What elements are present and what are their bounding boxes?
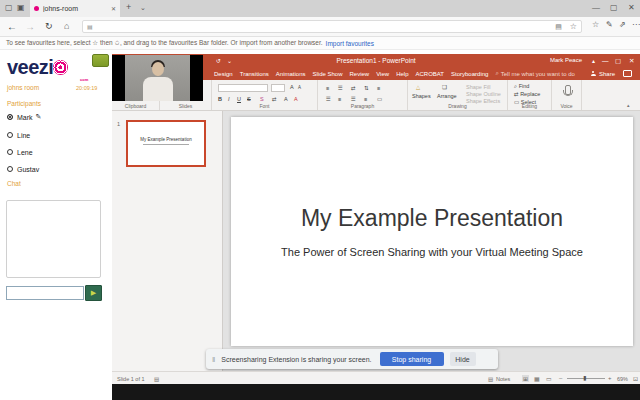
shapes-button[interactable]: Shapes (412, 93, 431, 100)
participant-row-gustav[interactable]: Gustav (7, 164, 39, 174)
tab-transitions[interactable]: Transitions (240, 71, 269, 77)
slide-title[interactable]: My Example Presentation (231, 205, 633, 232)
bullets-icon[interactable]: ≡ (326, 85, 329, 92)
share-page-icon[interactable]: ⇗ (619, 21, 626, 29)
collapse-ribbon-icon[interactable]: ▴ (627, 102, 630, 108)
participant-row-lene[interactable]: Lene (7, 147, 33, 157)
tab-storyboarding[interactable]: Storyboarding (451, 71, 488, 77)
notes-button[interactable]: Notes (496, 376, 510, 382)
zoom-slider-thumb[interactable]: ▮ (583, 374, 586, 381)
character-spacing-icon[interactable]: ⇄ (272, 96, 277, 103)
back-icon[interactable]: ← (7, 21, 17, 32)
slide-subtitle[interactable]: The Power of Screen Sharing with your Vi… (231, 246, 633, 258)
share-active-indicator[interactable] (92, 54, 109, 67)
normal-view-icon[interactable]: ⊞ (522, 375, 529, 382)
new-tab-button[interactable]: + (126, 3, 131, 12)
slide-sorter-view-icon[interactable]: ▦ (534, 375, 540, 382)
tab-menu-icon[interactable]: ⌄ (140, 4, 146, 11)
align-center-icon[interactable]: ≡ (338, 96, 341, 103)
columns-icon[interactable]: ▭ (377, 96, 382, 103)
drag-handle-icon[interactable]: ‖ (212, 355, 215, 364)
fit-to-window-icon[interactable]: ⊡ (633, 375, 638, 382)
tell-me-box[interactable]: Tell me what you want to do (501, 71, 575, 77)
zoom-out-icon[interactable]: – (559, 375, 562, 381)
language-icon[interactable]: ▤ (154, 376, 159, 382)
radio-icon[interactable] (7, 166, 13, 172)
underline-button[interactable]: U (237, 96, 241, 103)
strikethrough-button[interactable]: S (247, 96, 251, 103)
comments-icon[interactable] (623, 70, 632, 77)
address-bar[interactable]: ▤ ▤ ☆ (82, 20, 582, 33)
radio-icon[interactable] (7, 149, 13, 155)
tab-acrobat[interactable]: ACROBAT (415, 71, 444, 77)
browser-tab[interactable]: johns-room ✕ (30, 0, 120, 17)
ppt-close-icon[interactable]: ✕ (629, 57, 634, 65)
radio-selected-icon[interactable] (7, 114, 13, 120)
align-left-icon[interactable]: ☰ (326, 96, 331, 103)
zoom-percent[interactable]: 69% (617, 376, 628, 382)
tab-animations[interactable]: Animations (276, 71, 306, 77)
stop-sharing-button[interactable]: Stop sharing (380, 352, 444, 366)
screen-capture-edge (112, 384, 640, 400)
room-name: johns room (7, 84, 39, 91)
site-info-icon[interactable]: ▤ (87, 23, 93, 30)
arrange-button[interactable]: Arrange (437, 93, 457, 100)
shape-outline-button[interactable]: Shape Outline (466, 91, 501, 98)
shape-fill-button[interactable]: Shape Fill (466, 84, 490, 91)
window-maximize-button[interactable]: ▢ (610, 4, 618, 12)
align-right-icon[interactable]: ☰ (351, 96, 356, 103)
more-options-icon[interactable]: ⋯ (632, 21, 640, 29)
replace-button[interactable]: ⇄ Replace (514, 91, 540, 98)
reading-view-icon[interactable]: ▭ (546, 375, 552, 382)
slide-canvas[interactable]: My Example Presentation The Power of Scr… (231, 117, 633, 346)
refresh-icon[interactable]: ↻ (45, 21, 53, 31)
tab-view[interactable]: View (376, 71, 389, 77)
hide-button[interactable]: Hide (450, 352, 476, 366)
line-spacing-icon[interactable]: ⇅ (364, 85, 369, 92)
change-case-icon[interactable]: A (284, 96, 288, 103)
home-icon[interactable]: ⌂ (64, 21, 69, 31)
add-favorite-star-icon[interactable]: ☆ (570, 22, 577, 31)
font-size-box[interactable] (271, 84, 285, 92)
font-color-icon[interactable]: A (294, 96, 298, 103)
window-minimize-button[interactable]: — (592, 4, 600, 12)
italic-button[interactable]: I (228, 96, 230, 103)
ribbon-display-options-icon[interactable]: ▴ (592, 57, 595, 64)
webcam-video[interactable] (112, 55, 203, 101)
slide-thumbnail[interactable]: My Example Presentation (126, 120, 206, 167)
ppt-share-button[interactable]: Share (584, 71, 615, 77)
numbering-icon[interactable]: ☰ (338, 85, 343, 92)
ppt-minimize-icon[interactable]: — (602, 57, 609, 64)
bold-button[interactable]: B (218, 96, 222, 103)
ppt-restore-icon[interactable]: ▢ (615, 57, 621, 65)
web-note-pen-icon[interactable]: ✎ (606, 21, 613, 29)
font-name-box[interactable] (218, 84, 268, 92)
set-tabs-aside-icon[interactable]: ▢ (5, 4, 13, 12)
participant-row-mark[interactable]: Mark ✎ (7, 112, 41, 122)
indent-icon[interactable]: ⇄ (351, 85, 356, 92)
text-shadow-icon[interactable]: S (260, 96, 264, 103)
dictate-mic-icon[interactable] (565, 85, 571, 95)
shrink-font-icon[interactable]: A (298, 85, 301, 91)
forward-icon[interactable]: → (25, 21, 35, 32)
participant-row-line[interactable]: Line (7, 130, 30, 140)
reading-list-icon[interactable]: ▤ (555, 23, 562, 31)
zoom-in-icon[interactable]: + (608, 375, 612, 381)
tab-help[interactable]: Help (396, 71, 408, 77)
find-button[interactable]: ⌕ Find (514, 83, 529, 90)
chat-input[interactable] (6, 286, 84, 300)
favorites-hub-icon[interactable]: ☆ (592, 21, 599, 29)
grow-font-icon[interactable]: A (290, 84, 294, 91)
slide-counter: Slide 1 of 1 (117, 376, 145, 382)
tab-close-icon[interactable]: ✕ (111, 5, 116, 12)
chat-send-button[interactable]: ▶ (85, 285, 102, 301)
import-favourites-link[interactable]: Import favourites (326, 40, 374, 47)
window-close-button[interactable]: ✕ (628, 4, 635, 12)
text-direction-icon[interactable]: ≡ (377, 85, 380, 92)
radio-icon[interactable] (7, 132, 13, 138)
justify-icon[interactable]: ≡ (364, 96, 367, 103)
tab-review[interactable]: Review (350, 71, 370, 77)
tab-design[interactable]: Design (214, 71, 233, 77)
tab-slide-show[interactable]: Slide Show (313, 71, 343, 77)
tabs-set-aside-icon[interactable]: ▣ (17, 4, 25, 12)
